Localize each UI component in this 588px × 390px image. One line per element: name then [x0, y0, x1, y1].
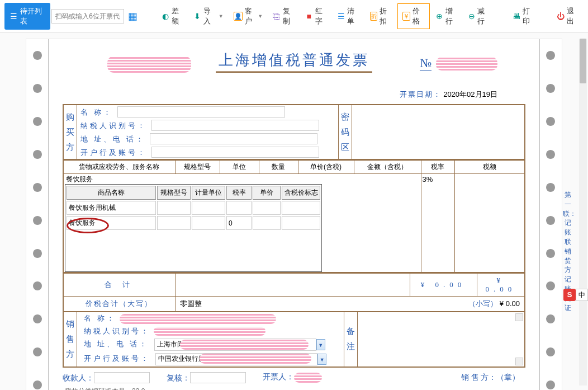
- ime-cn-icon: 中: [576, 289, 588, 301]
- copy-button[interactable]: ⿻复制: [268, 4, 300, 29]
- invoice-no-label: №: [420, 56, 431, 71]
- add-icon: ⊕: [435, 12, 443, 21]
- redacted-seller-taxid: [154, 327, 265, 336]
- buyer-table: 购买方 名 称： 密码区 纳税人识别号： 地 址、电 话： 开户行及账号：: [63, 104, 525, 160]
- seller-stamp-label: 销 售 方：（章）: [461, 373, 520, 383]
- customer-icon: 👤: [234, 12, 243, 21]
- diff-icon: ◐: [162, 12, 169, 21]
- invoice-paper: 上海增值税普通发票 № 开票日期： 2020年02月19日 购买方 名 称： 密…: [26, 39, 562, 390]
- import-icon: ⬇: [194, 12, 201, 21]
- toolbar: ☰ 待开列表 ▦ ◐差额 ⬇导入▼ 👤客户▼ ⿻复制 ■红字 ☰清单 折折扣 ¥…: [0, 0, 588, 33]
- exit-button[interactable]: ⏻退出: [552, 4, 584, 29]
- goods-dropdown: 商品名称 规格型号 计量单位 税率 单价 含税价标志 餐饮服务用机械: [65, 184, 322, 272]
- chevron-down-icon: ▼: [219, 13, 224, 19]
- listview-icon: ☰: [338, 12, 345, 21]
- discount-button[interactable]: 折折扣: [366, 4, 397, 29]
- customer-button[interactable]: 👤客户▼: [229, 4, 268, 29]
- perforation-right: [539, 39, 562, 390]
- buyer-bank-input[interactable]: [151, 147, 319, 158]
- price-button[interactable]: ¥价格: [397, 3, 430, 29]
- goods-rate-cell[interactable]: 3%: [421, 174, 454, 273]
- redacted-seller-name: [120, 314, 276, 324]
- totals-table: 合 计 ¥ 0.00 ¥ 0.00 价税合计（大写） 零圆整 （小写） ¥ 0.…: [63, 273, 525, 312]
- heji-label: 合 计: [63, 274, 175, 297]
- diff-button[interactable]: ◐差额: [157, 4, 188, 29]
- dropdown-row[interactable]: 餐饮服务 0: [67, 216, 320, 230]
- col-amount: 金额（含税）: [354, 161, 421, 174]
- dropdown-row[interactable]: 餐饮服务用机械: [67, 201, 320, 215]
- redacted-stamp-left: [107, 56, 191, 73]
- dropdown-icon[interactable]: ▼: [317, 354, 326, 365]
- redacted-drawer: [294, 373, 322, 383]
- total-amount: ¥ 0.00: [410, 274, 477, 297]
- del-icon: ⊖: [468, 12, 476, 21]
- buyer-name-input[interactable]: [117, 106, 285, 118]
- remark-area[interactable]: [357, 312, 525, 367]
- print-button[interactable]: 🖶打印: [508, 4, 539, 29]
- cap-value: 零圆整: [180, 299, 202, 308]
- cap-label: 价税合计（大写）: [63, 297, 175, 312]
- col-tax: 税额: [454, 161, 525, 174]
- scroll-up-icon[interactable]: [515, 313, 523, 321]
- redacted-invoice-no: [436, 57, 497, 71]
- col-rate: 税率: [421, 161, 454, 174]
- goods-name-input[interactable]: [64, 174, 176, 184]
- seller-vlabel: 销售方: [63, 312, 77, 367]
- import-button[interactable]: ⬇导入▼: [189, 4, 228, 29]
- search-input[interactable]: [51, 9, 124, 24]
- col-name: 货物或应税劳务、服务名称: [63, 161, 175, 174]
- total-tax: ¥ 0.00: [477, 274, 525, 297]
- print-icon: 🖶: [513, 12, 520, 21]
- payee-input[interactable]: [94, 372, 150, 383]
- exit-icon: ⏻: [557, 12, 565, 21]
- date-value: 2020年02月19日: [443, 90, 497, 98]
- remark-vlabel: 备注: [344, 312, 357, 367]
- invoice-date: 开票日期： 2020年02月19日: [63, 90, 497, 100]
- col-qty: 数量: [259, 161, 298, 174]
- password-vlabel: 密码区: [338, 105, 352, 159]
- scroll-down-icon[interactable]: [515, 358, 523, 365]
- vertical-scrollbar[interactable]: [579, 39, 587, 386]
- buyer-vlabel: 购买方: [63, 105, 77, 159]
- goods-row: 商品名称 规格型号 计量单位 税率 单价 含税价标志 餐饮服务用机械: [63, 174, 525, 273]
- add-row-button[interactable]: ⊕增行: [431, 4, 462, 29]
- invoice-number: №: [420, 56, 497, 71]
- ime-badge[interactable]: S 中: [563, 289, 588, 301]
- perforation-left: [26, 39, 49, 390]
- circled-mark: 餐饮服务: [69, 219, 96, 227]
- list-button[interactable]: ☰清单: [333, 4, 364, 29]
- small-label: （小写）: [468, 299, 497, 308]
- small-value: ¥ 0.00: [500, 299, 520, 308]
- col-unit: 单位: [220, 161, 259, 174]
- invoice-header: 上海增值税普通发票 №: [63, 50, 525, 78]
- red-icon: ■: [305, 12, 313, 21]
- goods-table: 货物或应税劳务、服务名称 规格型号 单位 数量 单价(含税) 金额（含税） 税率…: [63, 160, 525, 273]
- version-info: 税收分类编码版本号：33.0: [65, 387, 525, 390]
- del-row-button[interactable]: ⊖减行: [463, 4, 495, 29]
- qrcode-icon[interactable]: ▦: [127, 10, 138, 22]
- dropdown-icon[interactable]: ▼: [316, 339, 325, 350]
- buyer-addr-input[interactable]: [150, 133, 317, 144]
- col-price: 单价(含税): [298, 161, 354, 174]
- main-area: 上海增值税普通发票 № 开票日期： 2020年02月19日 购买方 名 称： 密…: [0, 33, 588, 390]
- chevron-down-icon: ▼: [258, 13, 263, 19]
- col-spec: 规格型号: [175, 161, 220, 174]
- buyer-taxid-input[interactable]: [151, 120, 319, 131]
- red-button[interactable]: ■红字: [301, 4, 332, 29]
- price-icon: ¥: [402, 12, 410, 21]
- redacted-seller-bank: [200, 354, 311, 364]
- password-area: [352, 105, 525, 159]
- list-icon: ☰: [10, 12, 18, 21]
- copy-icon: ⿻: [273, 12, 281, 21]
- pending-list-button[interactable]: ☰ 待开列表: [4, 3, 50, 30]
- ime-s-icon: S: [563, 289, 576, 301]
- checker-input[interactable]: [190, 372, 246, 383]
- footer-row: 收款人： 复核： 开票人： 销 售 方：（章）: [63, 372, 525, 383]
- pending-list-label: 待开列表: [20, 6, 45, 26]
- discount-icon: 折: [370, 12, 378, 21]
- redacted-seller-addr: [180, 340, 309, 350]
